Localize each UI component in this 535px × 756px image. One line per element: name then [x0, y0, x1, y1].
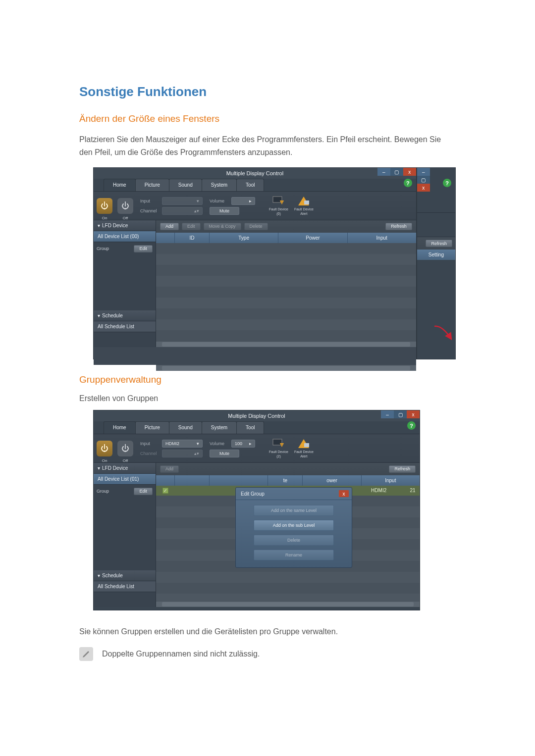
fault-alert-icon[interactable] — [297, 196, 310, 206]
tab-system[interactable]: System — [202, 179, 237, 191]
svg-text:!: ! — [281, 443, 282, 447]
chevron-down-icon: ▾ — [197, 441, 199, 446]
screenshot-groups: – ▢ x ? Multiple Display Control Home Pi… — [79, 410, 456, 610]
volume-label: Volume — [210, 199, 229, 203]
input-label: Input — [140, 199, 160, 203]
svg-rect-10 — [304, 443, 309, 447]
volume-input[interactable]: ▸ — [231, 197, 255, 205]
edit-button[interactable]: Edit — [182, 223, 201, 230]
minimize-button[interactable]: – — [417, 168, 430, 176]
tab-picture[interactable]: Picture — [135, 421, 169, 434]
add-same-level-button[interactable]: Add on the same Level — [254, 505, 334, 516]
table-header: te ower Input — [156, 475, 420, 486]
popup-delete-button[interactable]: Delete — [254, 535, 334, 546]
power-on-label: On — [102, 458, 107, 463]
add-button[interactable]: Add — [160, 465, 179, 473]
dialog-title: Edit Group — [241, 491, 265, 497]
channel-stepper[interactable]: ▴▾ — [162, 207, 203, 215]
help-icon[interactable]: ? — [404, 179, 412, 187]
tab-tool[interactable]: Tool — [236, 179, 264, 191]
tab-picture[interactable]: Picture — [135, 179, 169, 191]
volume-input[interactable]: 100▸ — [231, 440, 255, 448]
group-label: Group — [97, 489, 109, 494]
mute-button[interactable]: Mute — [210, 450, 239, 457]
tab-home[interactable]: Home — [104, 421, 136, 434]
sidebar-all-schedule[interactable]: All Schedule List — [94, 321, 156, 332]
screenshot-resize: – ▢ x ? Multiple Display Control Home Pi… — [79, 167, 456, 359]
input-select[interactable]: ▾ — [162, 197, 203, 205]
toolbar: ⏻ On ⏻ Off Input ▾ Channel ▴▾ — [94, 192, 416, 220]
channel-stepper[interactable]: ▴▾ — [162, 450, 203, 457]
minimize-button[interactable]: – — [377, 168, 390, 176]
resize-arrow-icon — [432, 324, 454, 342]
tab-home[interactable]: Home — [104, 179, 136, 191]
power-off-label: Off — [123, 216, 128, 220]
chevron-down-icon: ▾ — [98, 313, 100, 318]
power-on-button[interactable]: ⏻ — [97, 441, 112, 456]
tab-sound[interactable]: Sound — [169, 421, 202, 434]
sidebar-all-device[interactable]: All Device List (00) — [94, 231, 156, 242]
resize-description: Platzieren Sie den Mauszeiger auf einer … — [79, 133, 456, 158]
group-label: Group — [97, 246, 109, 251]
sidebar-all-device[interactable]: All Device List (01) — [94, 474, 156, 485]
main-content: Add Edit Move & Copy Delete Refresh ID T… — [156, 220, 416, 347]
tab-tool[interactable]: Tool — [236, 421, 264, 434]
refresh-button[interactable]: Refresh — [385, 223, 412, 230]
add-sub-level-button[interactable]: Add on the sub Level — [254, 520, 334, 531]
refresh-button[interactable]: Refresh — [389, 465, 416, 473]
minimize-button[interactable]: – — [381, 410, 394, 418]
power-on-button[interactable]: ⏻ — [97, 198, 112, 214]
stepper-icon: ▴▾ — [194, 208, 199, 213]
input-select[interactable]: HDMI2▾ — [162, 440, 203, 448]
close-button[interactable]: x — [407, 410, 420, 418]
sidebar-lfd-header[interactable]: ▾LFD Device — [94, 220, 156, 231]
refresh-button[interactable]: Refresh — [426, 240, 452, 247]
sidebar-schedule-header[interactable]: ▾Schedule — [94, 570, 156, 581]
mute-button[interactable]: Mute — [210, 207, 239, 215]
group-edit-button[interactable]: Edit — [134, 245, 153, 252]
edit-group-dialog: Edit Group x Add on the same Level Add o… — [235, 487, 352, 568]
power-off-button[interactable]: ⏻ — [117, 198, 133, 214]
app-window-secondary: – ▢ x ? Refresh Setting — [417, 167, 456, 359]
chevron-down-icon: ▾ — [98, 465, 100, 471]
close-button[interactable]: x — [417, 184, 430, 192]
fault-alert-label: Fault DeviceAlert — [294, 450, 314, 458]
fault-device-icon[interactable]: ! — [272, 438, 285, 449]
maximize-button[interactable]: ▢ — [390, 168, 403, 176]
sidebar-schedule-header[interactable]: ▾Schedule — [94, 310, 156, 321]
fault-device-label: Fault Device(2) — [269, 450, 288, 458]
move-copy-button[interactable]: Move & Copy — [204, 223, 241, 230]
sidebar-lfd-header[interactable]: ▾LFD Device — [94, 463, 156, 474]
sidebar-all-schedule[interactable]: All Schedule List — [94, 581, 156, 592]
add-button[interactable]: Add — [160, 223, 179, 230]
horizontal-scrollbar[interactable] — [156, 601, 420, 607]
delete-button[interactable]: Delete — [244, 223, 268, 230]
window-title: Multiple Display Control — [94, 410, 420, 421]
table-body — [156, 243, 416, 341]
chevron-down-icon: ▾ — [98, 223, 100, 228]
popup-rename-button[interactable]: Rename — [254, 550, 334, 560]
chevron-down-icon: ▾ — [98, 573, 100, 578]
tab-sound[interactable]: Sound — [169, 179, 202, 191]
maximize-button[interactable]: ▢ — [417, 176, 430, 184]
horizontal-scrollbar[interactable] — [156, 365, 416, 371]
row-checkbox[interactable]: ✓ — [162, 488, 168, 494]
power-off-button[interactable]: ⏻ — [117, 441, 133, 456]
tab-bar: Home Picture Sound System Tool — [94, 179, 416, 192]
dialog-close-button[interactable]: x — [339, 490, 349, 497]
tab-system[interactable]: System — [202, 421, 237, 434]
group-edit-button[interactable]: Edit — [134, 488, 153, 495]
fault-device-icon[interactable]: ! — [272, 196, 285, 206]
page-title: Sonstige Funktionen — [79, 84, 456, 100]
horizontal-scrollbar[interactable] — [156, 341, 416, 347]
section-resize-heading: Ändern der Größe eines Fensters — [79, 113, 456, 124]
app-window-groups: – ▢ x ? Multiple Display Control Home Pi… — [93, 410, 420, 610]
groups-description: Sie können Gruppen erstellen und die Ger… — [79, 625, 456, 638]
maximize-button[interactable]: ▢ — [394, 410, 407, 418]
close-button[interactable]: x — [403, 168, 416, 176]
svg-text:!: ! — [281, 200, 282, 204]
window-title: Multiple Display Control — [94, 168, 416, 179]
tab-bar: Home Picture Sound System Tool — [94, 421, 420, 434]
stepper-icon: ▸ — [249, 199, 252, 203]
fault-alert-icon[interactable] — [297, 438, 310, 449]
